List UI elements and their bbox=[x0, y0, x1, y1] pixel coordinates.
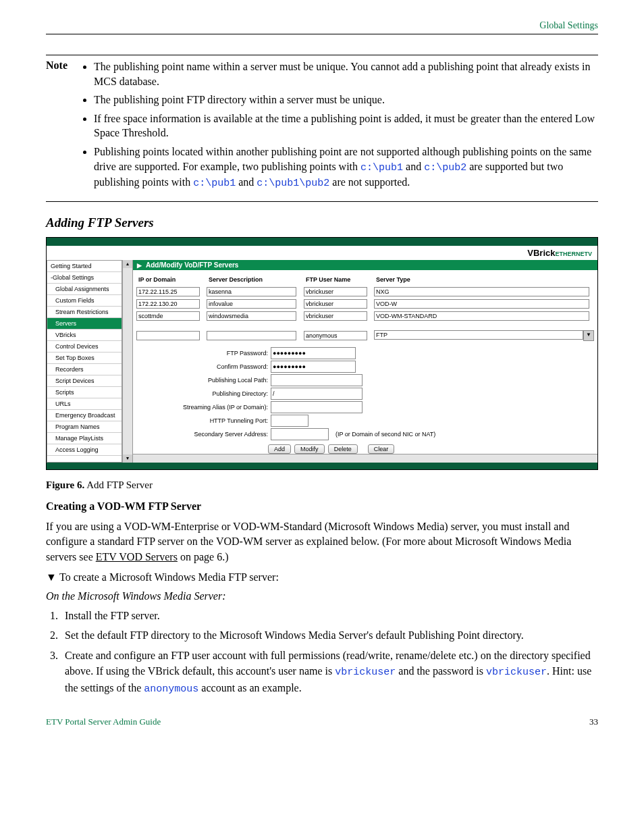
code-inline: vbrickuser bbox=[335, 667, 396, 678]
ip-cell[interactable] bbox=[136, 311, 200, 321]
label-confirm-password: Confirm Password: bbox=[133, 363, 271, 370]
col-type: Server Type bbox=[372, 274, 596, 285]
desc-cell[interactable] bbox=[207, 287, 296, 296]
table-row bbox=[134, 311, 596, 321]
code-inline: vbrickuser bbox=[486, 667, 547, 678]
body-paragraph: If you are using a VOD-WM-Enterprise or … bbox=[46, 519, 598, 565]
sidebar-item[interactable]: Scripts bbox=[47, 387, 122, 398]
table-row-new: ▼ bbox=[134, 330, 596, 342]
sidebar-item[interactable]: Stream Restrictions bbox=[47, 307, 122, 318]
type-cell[interactable] bbox=[374, 311, 589, 321]
desc-cell[interactable] bbox=[207, 299, 296, 309]
server-form: FTP Password: Confirm Password: Publishi… bbox=[133, 347, 597, 454]
sidebar-item[interactable]: Script Devices bbox=[47, 375, 122, 387]
local-path-input[interactable] bbox=[271, 374, 363, 386]
delete-button[interactable]: Delete bbox=[328, 444, 358, 454]
col-desc: Server Description bbox=[205, 274, 300, 285]
figure-caption: Figure 6. Add FTP Server bbox=[46, 479, 598, 491]
type-select[interactable] bbox=[374, 330, 583, 340]
header-rule bbox=[46, 34, 598, 34]
procedure-intro: ▼To create a Microsoft Windows Media FTP… bbox=[46, 571, 598, 583]
vbrick-logo: VBrickETHERNETV bbox=[47, 246, 597, 260]
confirm-password-input[interactable] bbox=[271, 361, 356, 373]
type-cell[interactable] bbox=[374, 287, 589, 296]
desc-cell[interactable] bbox=[207, 311, 296, 321]
user-cell[interactable] bbox=[304, 311, 367, 321]
sidebar-item[interactable]: Getting Started bbox=[47, 261, 122, 272]
label-secondary: Secondary Server Address: bbox=[133, 431, 271, 438]
scroll-down-icon[interactable]: ▾ bbox=[123, 454, 132, 463]
modify-button[interactable]: Modify bbox=[294, 444, 325, 454]
subsection-heading: Creating a VOD-WM FTP Server bbox=[46, 500, 598, 513]
sidebar: Getting Started-Global SettingsGlobal As… bbox=[47, 260, 122, 463]
page-number: 33 bbox=[589, 716, 598, 727]
steps-list: Install the FTP server. Set the default … bbox=[46, 608, 598, 696]
label-pub-dir: Publishing Directory: bbox=[133, 390, 271, 397]
arrow-right-icon: ▶ bbox=[137, 262, 142, 269]
scroll-up-icon[interactable]: ▴ bbox=[123, 260, 132, 268]
code-path: c:\pub1\pub2 bbox=[257, 178, 329, 189]
sidebar-item[interactable]: -Global Settings bbox=[47, 272, 122, 284]
triangle-down-icon: ▼ bbox=[46, 571, 59, 583]
secondary-note: (IP or Domain of second NIC or NAT) bbox=[336, 431, 435, 438]
sidebar-item[interactable]: Servers bbox=[47, 318, 122, 330]
type-cell[interactable] bbox=[374, 299, 589, 309]
col-user: FTP User Name bbox=[302, 274, 371, 285]
label-tunnel: HTTP Tunneling Port: bbox=[133, 417, 271, 424]
table-row bbox=[134, 298, 596, 309]
code-inline: anonymous bbox=[144, 683, 198, 695]
ftp-password-input[interactable] bbox=[271, 347, 356, 359]
ip-cell[interactable] bbox=[136, 287, 200, 296]
user-input[interactable] bbox=[304, 331, 367, 340]
sidebar-item[interactable]: Recorders bbox=[47, 364, 122, 375]
note-item: The publishing point name within a serve… bbox=[94, 59, 598, 88]
note-item: If free space information is available a… bbox=[94, 111, 598, 140]
tunnel-input[interactable] bbox=[271, 415, 308, 427]
step-item: Create and configure an FTP user account… bbox=[61, 648, 598, 697]
label-local-path: Publishing Local Path: bbox=[133, 377, 271, 384]
user-cell[interactable] bbox=[304, 299, 367, 309]
sidebar-item[interactable]: Access Logging bbox=[47, 444, 122, 456]
table-row bbox=[134, 286, 596, 297]
page-header: Global Settings bbox=[46, 20, 598, 31]
sidebar-item[interactable]: Custom Fields bbox=[47, 295, 122, 307]
link-etv-vod[interactable]: ETV VOD Servers bbox=[96, 551, 178, 563]
clear-button[interactable]: Clear bbox=[368, 444, 395, 454]
sidebar-item[interactable]: Control Devices bbox=[47, 341, 122, 353]
sidebar-item[interactable]: Global Assignments bbox=[47, 284, 122, 295]
main-scrollbar[interactable] bbox=[133, 454, 597, 463]
sidebar-item[interactable]: Manage PlayLists bbox=[47, 433, 122, 444]
user-cell[interactable] bbox=[304, 287, 367, 296]
step-item: Install the FTP server. bbox=[61, 608, 598, 623]
alias-input[interactable] bbox=[271, 401, 363, 413]
servers-table: IP or Domain Server Description FTP User… bbox=[133, 273, 597, 343]
app-screenshot: VBrickETHERNETV Getting Started-Global S… bbox=[46, 237, 598, 470]
context-label: On the Microsoft Windows Media Server: bbox=[46, 590, 598, 602]
label-ftp-password: FTP Password: bbox=[133, 350, 271, 357]
note-item: Publishing points located within another… bbox=[94, 145, 598, 190]
secondary-input[interactable] bbox=[271, 428, 329, 440]
code-path: c:\pub1 bbox=[360, 162, 403, 174]
footer-title: ETV Portal Server Admin Guide bbox=[46, 716, 161, 727]
sidebar-item[interactable]: Set Top Boxes bbox=[47, 353, 122, 364]
col-ip: IP or Domain bbox=[134, 274, 203, 285]
sidebar-item[interactable]: URLs bbox=[47, 398, 122, 410]
pub-dir-input[interactable] bbox=[271, 388, 363, 400]
sidebar-item[interactable]: Program Names bbox=[47, 421, 122, 433]
add-button[interactable]: Add bbox=[268, 444, 291, 454]
sidebar-item[interactable]: VBricks bbox=[47, 330, 122, 341]
desc-input[interactable] bbox=[207, 331, 296, 340]
dropdown-icon[interactable]: ▼ bbox=[583, 330, 594, 341]
label-alias: Streaming Alias (IP or Domain): bbox=[133, 404, 271, 411]
sidebar-scrollbar[interactable]: ▴ ▾ bbox=[122, 260, 133, 463]
note-label: Note bbox=[46, 59, 83, 194]
code-path: c:\pub2 bbox=[424, 162, 466, 174]
step-item: Set the default FTP directory to the Mic… bbox=[61, 627, 598, 643]
ip-cell[interactable] bbox=[136, 299, 200, 309]
code-path: c:\pub1 bbox=[193, 178, 236, 189]
page-footer: ETV Portal Server Admin Guide 33 bbox=[46, 716, 598, 727]
sidebar-item[interactable]: Emergency Broadcast bbox=[47, 410, 122, 421]
note-block: Note The publishing point name within a … bbox=[46, 55, 598, 202]
ip-input[interactable] bbox=[136, 331, 200, 340]
breadcrumb: ▶Add/Modify VoD/FTP Servers bbox=[133, 260, 597, 270]
